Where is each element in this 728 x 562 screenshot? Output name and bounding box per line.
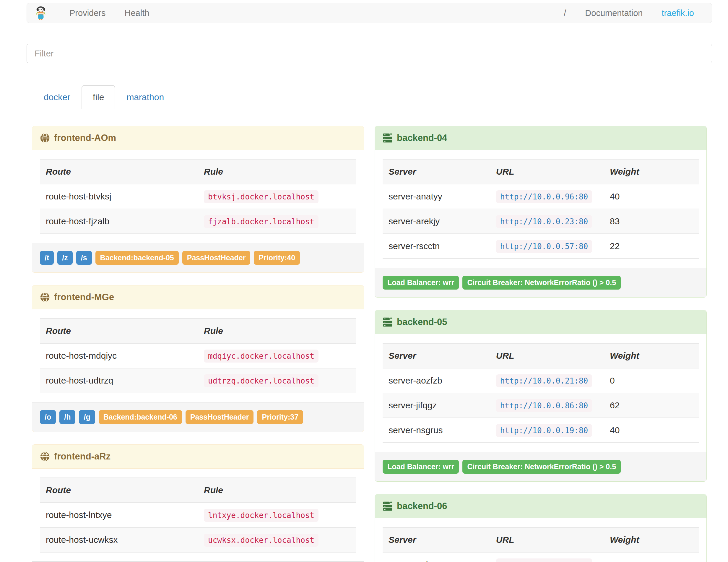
path-badge: /s [76,251,92,265]
globe-icon [40,451,50,462]
globe-icon [40,133,50,143]
frontend-title: frontend-AOm [54,133,116,143]
load-balancer-badge: Load Balancer: wrr [383,460,459,474]
rule-code: mdqiyc.docker.localhost [204,350,319,363]
server-name: server-nsgrus [383,418,490,443]
priority-badge: Priority:40 [254,251,300,265]
nav-item-traefik-io[interactable]: traefik.io [652,8,703,18]
backend-card-header: backend-04 [375,126,706,150]
rule-code: ucwksx.docker.localhost [204,534,319,547]
column-header-server: Server [383,343,490,368]
server-weight: 40 [604,418,699,443]
table-header-row: Route Rule [40,319,356,343]
frontend-card: frontend-MGe Route Rule route-host-mdqi [32,285,364,432]
column-header-route: Route [40,159,198,184]
backend-card: backend-05 Server URL Weight [375,310,707,482]
servers-icon [383,317,393,327]
passhostheader-badge: PassHostHeader [182,251,251,265]
provider-tabs: docker file marathon [27,85,712,109]
filter-container [27,44,712,63]
server-url-link[interactable]: http://10.0.0.19:80 [496,424,592,437]
tab-file[interactable]: file [82,85,115,109]
traefik-mascot-icon [35,6,46,20]
table-row: route-host-udtrzq udtrzq.docker.localhos… [40,368,356,393]
backend-ref-badge: Backend:backend-06 [99,410,182,424]
frontend-card-body: Route Rule route-host-lntxye lntxye.dock… [32,469,364,561]
nav-item-health[interactable]: Health [115,8,159,18]
routes-table: Route Rule route-host-mdqiyc mdqiyc.dock… [40,318,356,393]
servers-icon [383,133,393,143]
routes-table: Route Rule route-host-lntxye lntxye.dock… [40,477,356,553]
table-row: route-host-mdqiyc mdqiyc.docker.localhos… [40,343,356,368]
frontend-card-body: Route Rule route-host-mdqiyc mdqiyc.dock… [32,309,364,402]
route-name: route-host-ucwksx [40,527,198,552]
table-row: route-host-lntxye lntxye.docker.localhos… [40,503,356,527]
column-header-route: Route [40,319,198,343]
servers-table: Server URL Weight server-opbuop http://1… [383,527,699,562]
server-url-link[interactable]: http://10.0.0.23:80 [496,215,592,228]
nav-item-slash: / [554,8,576,18]
route-name: route-host-udtrzq [40,368,198,393]
frontend-title: frontend-MGe [54,292,114,303]
tab-marathon[interactable]: marathon [115,85,175,109]
table-row: server-opbuop http://10.0.0.18:80 92 [383,552,699,562]
column-header-url: URL [490,159,604,184]
server-url-link[interactable]: http://10.0.0.96:80 [496,190,592,203]
backend-ref-badge: Backend:backend-05 [95,251,179,265]
frontend-card-header: frontend-AOm [32,126,364,150]
circuit-breaker-badge: Circuit Breaker: NetworkErrorRatio () > … [462,276,621,290]
frontend-card: frontend-aRz Route Rule route-host-lntx [32,444,364,562]
backend-title: backend-06 [397,501,447,511]
server-url-link[interactable]: http://10.0.0.57:80 [496,240,592,253]
path-badge: /h [59,410,75,424]
backends-column: backend-04 Server URL Weight [369,126,712,562]
tab-docker[interactable]: docker [33,85,82,109]
column-header-route: Route [40,478,198,503]
server-url-link[interactable]: http://10.0.0.86:80 [496,399,592,412]
frontends-column: frontend-AOm Route Rule route-host-btvk [27,126,369,562]
backend-card-footer: Load Balancer: wrr Circuit Breaker: Netw… [375,452,706,481]
backend-card-header: backend-05 [375,310,706,334]
backend-card: backend-06 Server URL Weight [375,494,707,562]
nav-item-documentation[interactable]: Documentation [576,8,652,18]
route-name: route-host-mdqiyc [40,343,198,368]
column-header-rule: Rule [198,159,356,184]
server-weight: 62 [604,393,699,418]
backend-card-footer: Load Balancer: wrr Circuit Breaker: Netw… [375,268,706,297]
nav-item-providers[interactable]: Providers [60,8,115,18]
column-header-weight: Weight [604,159,699,184]
frontend-card-header: frontend-MGe [32,285,364,309]
filter-input[interactable] [27,44,712,63]
server-weight: 83 [604,209,699,234]
table-row: route-host-fjzalb fjzalb.docker.localhos… [40,209,356,234]
table-row: server-anatyy http://10.0.0.96:80 40 [383,184,699,209]
table-row: server-rscctn http://10.0.0.57:80 22 [383,234,699,259]
navbar: Providers Health / Documentation traefik… [27,3,712,23]
server-name: server-anatyy [383,184,490,209]
frontend-title: frontend-aRz [54,451,111,462]
server-name: server-rscctn [383,234,490,259]
rule-code: udtrzq.docker.localhost [204,374,319,387]
table-row: server-arekjy http://10.0.0.23:80 83 [383,209,699,234]
server-url-link[interactable]: http://10.0.0.21:80 [496,374,592,387]
passhostheader-badge: PassHostHeader [186,410,254,424]
column-header-server: Server [383,159,490,184]
server-weight: 40 [604,184,699,209]
column-header-rule: Rule [198,319,356,343]
server-name: server-aozfzb [383,368,490,393]
frontend-card-header: frontend-aRz [32,445,364,469]
frontend-card-footer: /t /z /s Backend:backend-05 PassHostHead… [32,243,364,272]
path-badge: /z [57,251,72,265]
server-weight: 0 [604,368,699,393]
server-weight: 22 [604,234,699,259]
traefik-logo[interactable] [35,6,46,20]
route-name: route-host-btvksj [40,184,198,209]
servers-icon [383,501,393,511]
frontend-card-body: Route Rule route-host-btvksj btvksj.dock… [32,150,364,243]
route-name: route-host-lntxye [40,503,198,527]
route-name: route-host-fjzalb [40,209,198,234]
backend-card-body: Server URL Weight server-anatyy http://1… [375,150,706,268]
server-name: server-jifqgz [383,393,490,418]
server-url-link[interactable]: http://10.0.0.18:80 [496,558,592,562]
backend-title: backend-05 [397,317,447,327]
